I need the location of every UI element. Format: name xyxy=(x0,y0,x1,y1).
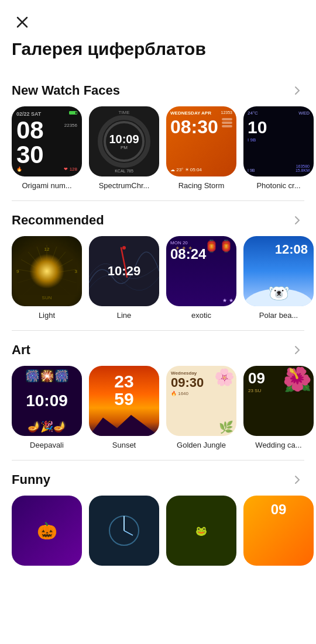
bar3 xyxy=(222,125,232,127)
spectrum-ampm: PM xyxy=(109,145,139,150)
watch-item-deepavali[interactable]: 🎆🎇🎆 10:09 🪔🎉🪔 Deepavali xyxy=(12,366,82,449)
sunset-mountain xyxy=(89,410,159,436)
origami-hour: 08 xyxy=(16,118,44,143)
golden-floral-bottom: 🌿 xyxy=(219,420,233,434)
exotic-stars: ✦ ✦ ✦ xyxy=(175,245,193,251)
watch-item-wedding[interactable]: 09 23 SU 🌺 Wedding ca... xyxy=(243,366,314,449)
light-9: 9 xyxy=(16,269,19,274)
wf-line-face: 10:29 xyxy=(89,236,159,306)
wf-photonic-face: 24°C WED 10 I 9B I 9B 16358015.8KM xyxy=(243,106,314,176)
golden-jungle-label: Golden Jungle xyxy=(177,441,226,449)
watch-item-racing[interactable]: WEDNESDAY APR 08:30 12353 ☁ 23° ☀ 05:04 … xyxy=(166,106,236,190)
watch-thumb-sunset: 23 59 xyxy=(89,366,159,436)
polar-label: Polar bea... xyxy=(259,311,298,320)
wf-racing-face: WEDNESDAY APR 08:30 12353 ☁ 23° ☀ 05:04 xyxy=(166,106,236,176)
sunset-label: Sunset xyxy=(112,441,136,449)
deepavali-deco-bottom: 🪔🎉🪔 xyxy=(12,420,82,433)
line-label: Line xyxy=(117,311,132,320)
watch-item-origami[interactable]: 02/22 SAT 08 30 22356 ❤ 128 🔥 Origami nu… xyxy=(12,106,82,190)
deepavali-time: 10:09 xyxy=(26,392,68,410)
photonic-stats: I 9B xyxy=(248,168,255,172)
origami-heart: ❤ 128 xyxy=(64,167,77,172)
watch-thumb-deepavali: 🎆🎇🎆 10:09 🪔🎉🪔 xyxy=(12,366,82,436)
watch-item-polar[interactable]: 12:08 🐻‍❄️ Polar bea... xyxy=(243,236,314,320)
racing-date: WEDNESDAY APR xyxy=(170,110,211,116)
wf-light-face: 12 9 3 SUN xyxy=(12,236,82,306)
section-funny: Funny 🎃 xyxy=(0,466,316,582)
page-title: Галерея циферблатов xyxy=(12,39,304,60)
divider-1 xyxy=(12,200,304,201)
watch-thumb-wedding: 09 23 SU 🌺 xyxy=(243,366,314,436)
chevron-svg-funny xyxy=(291,474,303,486)
light-glow xyxy=(29,254,64,289)
watch-thumb-exotic: MON 20 08:24 🏮🏮 ✦ ✦ ✦ ★ ★ xyxy=(166,236,236,306)
chevron-right-icon-new[interactable] xyxy=(290,84,304,98)
watch-item-sunset[interactable]: 23 59 Sunset xyxy=(89,366,159,449)
section-header-new: New Watch Faces xyxy=(0,83,316,98)
watch-thumb-funny1: 🎃 xyxy=(12,496,82,566)
funny2-svg xyxy=(107,513,142,548)
deepavali-label: Deepavali xyxy=(30,441,64,449)
funny4-time: 09 xyxy=(271,501,287,518)
exotic-label: exotic xyxy=(191,311,211,320)
watch-thumb-photonic: 24°C WED 10 I 9B I 9B 16358015.8KM xyxy=(243,106,314,176)
watch-item-funny2[interactable] xyxy=(89,496,159,570)
golden-floral-right: 🌸 xyxy=(214,368,235,387)
close-icon xyxy=(16,16,29,29)
watch-item-golden-jungle[interactable]: Wednesday 09:30 🔥 1640 🌸 🌿 Golden Jungle xyxy=(166,366,236,449)
watch-item-funny1[interactable]: 🎃 xyxy=(12,496,82,570)
watch-thumb-light: 12 9 3 SUN xyxy=(12,236,82,306)
origami-minute: 30 xyxy=(16,143,44,167)
sunset-time2: 59 xyxy=(114,390,133,408)
light-3: 3 xyxy=(75,269,77,274)
recommended-list: 12 9 3 SUN Light xyxy=(0,236,316,320)
chevron-right-icon-art[interactable] xyxy=(290,343,304,357)
wedding-label: Wedding ca... xyxy=(255,441,301,449)
sunset-time: 23 xyxy=(114,373,133,390)
divider-2 xyxy=(12,330,304,331)
section-title-recommended: Recommended xyxy=(12,213,104,228)
wf-exotic-face: MON 20 08:24 🏮🏮 ✦ ✦ ✦ ★ ★ xyxy=(166,236,236,306)
wedding-time: 09 xyxy=(248,371,265,386)
bar1 xyxy=(222,118,232,120)
wf-funny2-face xyxy=(89,496,159,566)
spectrum-time: 10:09 xyxy=(109,133,139,145)
svg-point-16 xyxy=(122,246,126,250)
watch-item-funny3[interactable]: 🐸 xyxy=(166,496,236,570)
watch-item-photonic[interactable]: 24°C WED 10 I 9B I 9B 16358015.8KM Photo… xyxy=(243,106,314,190)
chevron-right-icon-recommended[interactable] xyxy=(290,213,304,227)
section-header-recommended: Recommended xyxy=(0,213,316,228)
close-button[interactable] xyxy=(12,12,33,33)
photonic-top-weather: 24°C WED xyxy=(248,110,310,116)
origami-kcal: 🔥 xyxy=(16,167,22,172)
exotic-lanterns: 🏮🏮 xyxy=(204,239,233,253)
racing-label: Racing Storm xyxy=(178,181,225,190)
photonic-steps: 16358015.8KM xyxy=(296,164,310,172)
racing-weather: ☁ 23° ☀ 05:04 xyxy=(170,167,202,172)
wf-deepavali-face: 🎆🎇🎆 10:09 🪔🎉🪔 xyxy=(12,366,82,436)
wf-sunset-face: 23 59 xyxy=(89,366,159,436)
watch-item-line[interactable]: 10:29 Line xyxy=(89,236,159,320)
golden-time: 09:30 xyxy=(171,376,204,390)
wf-polar-face: 12:08 🐻‍❄️ xyxy=(243,236,314,306)
golden-steps: 🔥 1640 xyxy=(171,391,188,396)
spectrum-kcal: KCAL 785 xyxy=(115,169,133,173)
watch-thumb-polar: 12:08 🐻‍❄️ xyxy=(243,236,314,306)
art-list: 🎆🎇🎆 10:09 🪔🎉🪔 Deepavali 23 59 Sunset xyxy=(0,366,316,449)
watch-item-spectrum[interactable]: TIME 10:09 PM KCAL 785 SpectrumChr... xyxy=(89,106,159,190)
divider-3 xyxy=(12,460,304,461)
chevron-right-icon-funny[interactable] xyxy=(290,473,304,487)
wedding-flower: 🌺 xyxy=(283,366,312,393)
photonic-day: WED xyxy=(298,110,310,116)
section-title-funny: Funny xyxy=(12,472,50,487)
racing-time: 08:30 xyxy=(170,117,218,137)
new-watch-faces-list: 02/22 SAT 08 30 22356 ❤ 128 🔥 Origami nu… xyxy=(0,106,316,190)
watch-item-funny4[interactable]: 09 xyxy=(243,496,314,570)
chevron-svg xyxy=(291,85,303,96)
light-sun-label: SUN xyxy=(42,295,52,300)
watch-item-exotic[interactable]: MON 20 08:24 🏮🏮 ✦ ✦ ✦ ★ ★ exotic xyxy=(166,236,236,320)
watch-item-light[interactable]: 12 9 3 SUN Light xyxy=(12,236,82,320)
chevron-svg-rec xyxy=(291,214,303,226)
funny-list: 🎃 🐸 xyxy=(0,496,316,570)
watch-thumb-funny4: 09 xyxy=(243,496,314,566)
